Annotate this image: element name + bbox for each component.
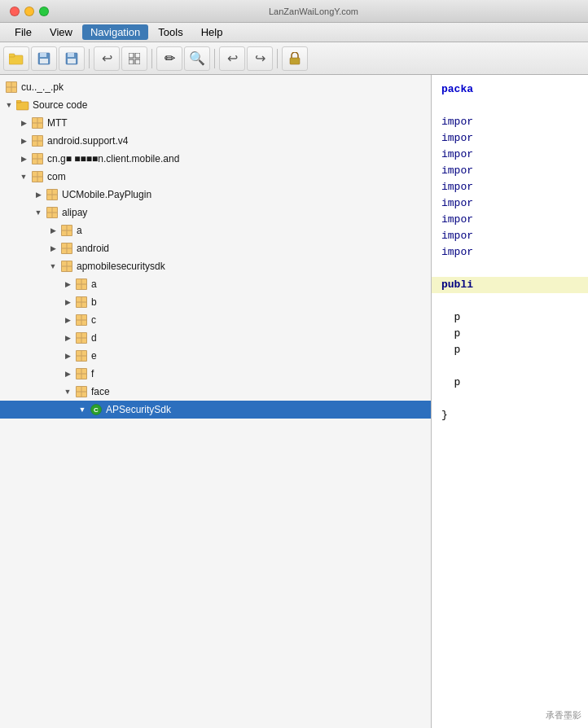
alipay-a-label: a xyxy=(77,225,82,236)
redo-btn[interactable]: ↪ xyxy=(247,46,273,71)
main-content: cu.._._.pk ▼ Source code ▶ xyxy=(0,75,588,728)
svg-rect-61 xyxy=(62,261,67,266)
tree-scroll[interactable]: cu.._._.pk ▼ Source code ▶ xyxy=(0,78,431,728)
apmsdk-e-label: e xyxy=(91,350,97,362)
svg-rect-73 xyxy=(77,303,81,308)
code-line-field-3: p xyxy=(432,342,588,358)
svg-rect-71 xyxy=(77,297,81,302)
pkg-icon xyxy=(31,170,44,183)
svg-rect-7 xyxy=(68,59,76,64)
save-as-btn[interactable] xyxy=(59,46,85,71)
menu-tools[interactable]: Tools xyxy=(150,24,191,40)
code-field: p xyxy=(441,327,460,340)
code-editor[interactable]: packa impor impor impor impor impor impo… xyxy=(432,75,588,728)
svg-rect-47 xyxy=(53,208,58,213)
tree-root[interactable]: cu.._._.pk xyxy=(0,78,431,96)
svg-rect-32 xyxy=(38,154,43,159)
svg-rect-91 xyxy=(77,369,81,374)
fullscreen-button[interactable] xyxy=(39,7,49,16)
svg-rect-8 xyxy=(129,53,134,58)
undo-btn[interactable]: ↩ xyxy=(219,46,245,71)
code-line-class: publi xyxy=(432,277,588,293)
minimize-button[interactable] xyxy=(24,7,34,16)
svg-rect-77 xyxy=(82,315,87,320)
tree-face[interactable]: ▼ face xyxy=(0,383,431,401)
pkg-icon xyxy=(60,260,73,273)
svg-rect-81 xyxy=(77,333,81,338)
lock-btn[interactable] xyxy=(282,46,308,71)
expand-arrow: ▼ xyxy=(47,261,59,272)
pkg-icon xyxy=(75,314,88,327)
back-btn[interactable]: ↩ xyxy=(94,46,120,71)
tree-alipay-a[interactable]: ▶ a xyxy=(0,221,431,239)
code-line-import-8: impor xyxy=(432,228,588,244)
svg-rect-41 xyxy=(47,190,52,195)
svg-rect-58 xyxy=(62,249,67,254)
tree-cn-g[interactable]: ▶ cn.g■ ■■■■n.client.mobile.and xyxy=(0,150,431,168)
menu-help[interactable]: Help xyxy=(193,24,231,40)
search-btn[interactable]: 🔍 xyxy=(184,46,210,71)
menu-navigation[interactable]: Navigation xyxy=(82,24,148,40)
code-line-blank5 xyxy=(432,391,588,407)
root-label: cu.._._.pk xyxy=(21,81,64,93)
svg-rect-1 xyxy=(9,54,15,57)
tree-apmsdk-e[interactable]: ▶ e xyxy=(0,347,431,365)
svg-rect-10 xyxy=(129,59,134,64)
svg-rect-38 xyxy=(33,178,37,182)
apmsdk-a-label: a xyxy=(91,278,97,290)
tree-apsecuritysdk[interactable]: ▼ C APSecuritySdk xyxy=(0,401,431,419)
tree-apmsdk-c[interactable]: ▶ c xyxy=(0,311,431,329)
expand-arrow: ▶ xyxy=(47,243,59,254)
tree-apmsdk-d[interactable]: ▶ d xyxy=(0,329,431,347)
svg-rect-24 xyxy=(38,124,43,129)
svg-text:C: C xyxy=(94,406,99,414)
grid-btn[interactable] xyxy=(121,46,147,71)
svg-rect-79 xyxy=(82,321,87,326)
tree-ucmobile[interactable]: ▶ UCMobile.PayPlugin xyxy=(0,186,431,204)
code-import: impor xyxy=(441,213,473,226)
menu-file[interactable]: File xyxy=(7,24,40,40)
open-folder-btn[interactable] xyxy=(3,46,29,71)
pkg-icon xyxy=(75,278,88,291)
svg-rect-12 xyxy=(290,58,300,64)
pkg-icon xyxy=(75,385,88,398)
code-import: impor xyxy=(441,246,473,258)
svg-rect-48 xyxy=(47,213,52,218)
save-btn[interactable] xyxy=(31,46,57,71)
svg-rect-6 xyxy=(68,53,74,57)
tree-source-code[interactable]: ▼ Source code xyxy=(0,96,431,114)
tree-apmsdk-f[interactable]: ▶ f xyxy=(0,365,431,383)
code-import: impor xyxy=(441,148,473,160)
menu-view[interactable]: View xyxy=(42,24,81,40)
tree-apmsdk-b[interactable]: ▶ b xyxy=(0,293,431,311)
code-brace: } xyxy=(441,409,448,421)
apmobile-label: apmobilesecuritysdk xyxy=(77,261,165,272)
tree-apmobile[interactable]: ▼ apmobilesecuritysdk xyxy=(0,257,431,275)
svg-rect-29 xyxy=(38,142,43,147)
svg-rect-87 xyxy=(82,351,87,356)
code-line-import-1: impor xyxy=(432,114,588,130)
expand-arrow: ▶ xyxy=(33,189,44,200)
svg-rect-9 xyxy=(135,53,140,58)
svg-rect-23 xyxy=(33,124,37,129)
svg-rect-4 xyxy=(40,59,48,64)
tree-alipay[interactable]: ▼ alipay xyxy=(0,204,431,221)
code-public-kw: publi xyxy=(441,278,473,291)
tree-alipay-android[interactable]: ▶ android xyxy=(0,239,431,257)
pencil-btn[interactable]: ✏ xyxy=(156,46,182,71)
tree-android-support[interactable]: ▶ android.support.v4 xyxy=(0,132,431,150)
code-line-import-6: impor xyxy=(432,195,588,212)
title-bar: LanZanWaiLongY.com xyxy=(0,0,588,23)
code-import: impor xyxy=(441,164,473,177)
tree-mtt[interactable]: ▶ MTT xyxy=(0,114,431,132)
expand-arrow: ▶ xyxy=(62,296,73,308)
close-button[interactable] xyxy=(10,7,20,16)
svg-rect-34 xyxy=(38,160,43,164)
tree-com[interactable]: ▼ com xyxy=(0,168,431,186)
svg-rect-67 xyxy=(82,279,87,284)
svg-rect-78 xyxy=(77,321,81,326)
tree-apmsdk-a[interactable]: ▶ a xyxy=(0,275,431,293)
svg-rect-36 xyxy=(33,172,37,177)
code-line-import-2: impor xyxy=(432,130,588,147)
code-line-import-9: impor xyxy=(432,244,588,261)
